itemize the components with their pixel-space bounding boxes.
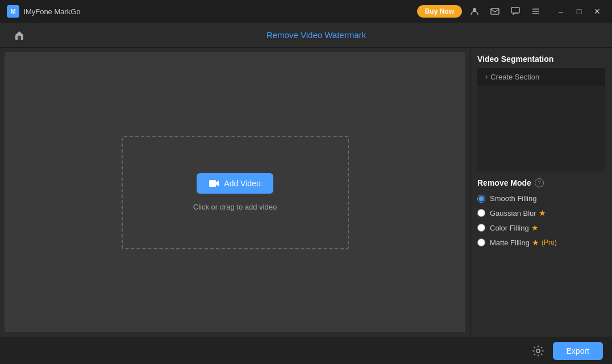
main-content: Add Video Click or drag to add video Vid… xyxy=(0,48,612,337)
drop-hint: Click or drag to add video xyxy=(193,203,277,211)
buy-now-button[interactable]: Buy Now xyxy=(417,5,462,18)
close-button[interactable]: ✕ xyxy=(589,3,605,19)
export-button[interactable]: Export xyxy=(553,342,603,360)
radio-option-smooth[interactable]: Smooth Filling xyxy=(477,194,605,203)
maximize-button[interactable]: □ xyxy=(571,3,587,19)
right-panel: Video Segmentation + Create Section Remo… xyxy=(470,48,612,337)
radio-color[interactable] xyxy=(477,224,485,232)
remove-mode-section: Remove Mode ? Smooth Filling Gaussian Bl… xyxy=(477,178,605,253)
chat-icon-button[interactable] xyxy=(507,3,523,19)
video-icon xyxy=(209,179,219,188)
radio-gaussian[interactable] xyxy=(477,209,485,217)
svg-rect-6 xyxy=(209,180,216,187)
radio-option-color[interactable]: Color Filling ★ xyxy=(477,223,605,232)
title-bar: M iMyFone MarkGo Buy Now xyxy=(0,0,612,23)
remove-mode-title: Remove Mode xyxy=(477,178,531,187)
crown-icon-matte: ★ xyxy=(532,238,539,247)
radio-label-color: Color Filling ★ xyxy=(490,223,539,232)
mail-icon-button[interactable] xyxy=(487,3,503,19)
radio-smooth[interactable] xyxy=(477,195,485,203)
radio-label-smooth: Smooth Filling xyxy=(490,194,536,203)
title-bar-left: M iMyFone MarkGo xyxy=(7,5,81,18)
help-icon[interactable]: ? xyxy=(535,178,544,187)
nav-bar: Remove Video Watermark xyxy=(0,23,612,48)
minimize-button[interactable]: – xyxy=(553,3,569,19)
page-title: Remove Video Watermark xyxy=(30,30,603,40)
title-bar-right: Buy Now – xyxy=(417,3,605,19)
create-section-area: + Create Section xyxy=(477,68,605,171)
svg-rect-2 xyxy=(511,7,519,13)
app-title: iMyFone MarkGo xyxy=(24,7,81,16)
create-section-button[interactable]: + Create Section xyxy=(477,68,605,86)
account-icon-button[interactable] xyxy=(467,3,482,19)
app-logo: M xyxy=(7,5,19,18)
radio-option-matte[interactable]: Matte Filling ★ (Pro) xyxy=(477,238,605,247)
video-segmentation-title: Video Segmentation xyxy=(477,55,605,64)
pro-badge: (Pro) xyxy=(542,239,557,246)
svg-point-0 xyxy=(473,8,476,11)
radio-label-gaussian: Gaussian Blur ★ xyxy=(490,208,546,217)
settings-button[interactable] xyxy=(530,343,546,359)
svg-rect-1 xyxy=(491,9,499,14)
bottom-bar: Export xyxy=(0,337,612,364)
add-video-button[interactable]: Add Video xyxy=(197,173,273,194)
crown-icon-gaussian: ★ xyxy=(539,208,546,217)
video-segmentation-section: Video Segmentation + Create Section xyxy=(477,55,605,171)
crown-icon-color: ★ xyxy=(531,223,539,232)
radio-label-matte: Matte Filling ★ (Pro) xyxy=(490,238,557,247)
radio-option-gaussian[interactable]: Gaussian Blur ★ xyxy=(477,208,605,217)
svg-point-7 xyxy=(536,349,540,353)
menu-icon-button[interactable] xyxy=(528,3,544,19)
radio-matte[interactable] xyxy=(477,239,485,246)
home-button[interactable] xyxy=(9,27,30,43)
window-controls: – □ ✕ xyxy=(553,3,605,19)
video-area: Add Video Click or drag to add video xyxy=(5,52,465,332)
drop-zone[interactable]: Add Video Click or drag to add video xyxy=(122,136,349,249)
remove-mode-header: Remove Mode ? xyxy=(477,178,605,187)
section-content-area xyxy=(477,86,605,171)
